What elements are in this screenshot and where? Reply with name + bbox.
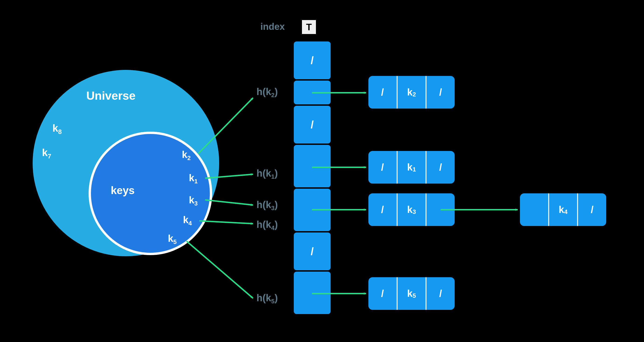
- key-k7: k7: [42, 147, 51, 158]
- node-k2-prev: /: [368, 76, 398, 109]
- table-slot-0: /: [294, 41, 331, 79]
- key-k5: k5: [168, 233, 177, 244]
- key-k3: k3: [189, 195, 198, 206]
- table-slot-3: [294, 145, 331, 187]
- arrow-k4-to-hk4: [199, 221, 253, 224]
- table-slot-4: [294, 189, 331, 231]
- node-k1: / k1 /: [368, 151, 455, 184]
- node-k4: k4 /: [520, 193, 606, 226]
- hash-table-diagram: Universe keys k8 k7 k2 k1 k3 k4 k5 index…: [0, 0, 644, 342]
- arrow-k5-to-hk5: [186, 241, 253, 298]
- hash-label-k2: h(k2): [256, 86, 278, 97]
- key-k4: k4: [183, 214, 192, 226]
- hash-label-k4: h(k4): [256, 219, 278, 230]
- node-k1-key: k1: [398, 151, 427, 184]
- table-slot-5: /: [294, 233, 331, 270]
- node-k3-prev: /: [368, 193, 398, 226]
- table-slot-6: [294, 272, 331, 314]
- node-k4-next: /: [578, 193, 606, 226]
- key-k8: k8: [52, 122, 62, 134]
- node-k5-next: /: [426, 277, 455, 310]
- node-k5: / k5 /: [368, 277, 455, 310]
- table-slot-1: [294, 81, 331, 104]
- node-k2-key: k2: [398, 76, 427, 109]
- node-k2-next: /: [426, 76, 455, 109]
- node-k4-key: k4: [549, 193, 578, 226]
- node-k3-next: [426, 193, 455, 226]
- hash-label-k3: h(k3): [256, 199, 278, 210]
- node-k3-key: k3: [398, 193, 427, 226]
- key-k1: k1: [189, 172, 198, 184]
- keys-circle: [88, 132, 212, 255]
- hash-label-k1: h(k1): [256, 168, 278, 179]
- hash-label-k5: h(k5): [256, 292, 278, 304]
- universe-label: Universe: [86, 89, 136, 102]
- node-k2: / k2 /: [368, 76, 455, 109]
- node-k1-next: /: [426, 151, 455, 184]
- table-header-t: T: [302, 20, 316, 34]
- node-k1-prev: /: [368, 151, 398, 184]
- table-slot-2: /: [294, 106, 331, 143]
- node-k5-key: k5: [398, 277, 427, 310]
- keys-label: keys: [111, 184, 134, 197]
- node-k5-prev: /: [368, 277, 398, 310]
- node-k3: / k3: [368, 193, 455, 226]
- index-column-header: index: [255, 21, 290, 32]
- key-k2: k2: [182, 149, 191, 160]
- arrow-k3-to-hk3: [205, 200, 253, 205]
- node-k4-prev: [520, 193, 549, 226]
